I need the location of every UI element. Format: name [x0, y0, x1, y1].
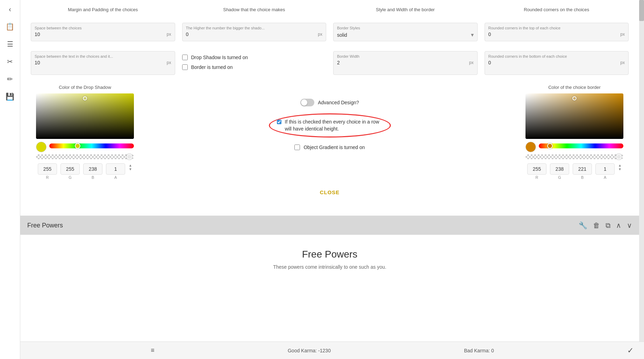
list-icon[interactable]: ☰ — [5, 38, 16, 50]
scrollbar-thumb[interactable] — [639, 0, 644, 21]
shadow-unit: px — [318, 32, 322, 37]
identical-height-checkbox-item: If this is checked then every choice in … — [277, 119, 383, 132]
identical-height-checkbox[interactable] — [277, 120, 281, 124]
scissors-icon[interactable]: ✂ — [5, 56, 16, 67]
border-g-value[interactable]: 238 — [550, 163, 569, 175]
drop-shadow-g-label: G — [69, 175, 72, 180]
drop-shadow-a-group: 1 A — [106, 163, 125, 180]
border-styles-label: Border Styles — [337, 26, 474, 30]
middle-section: Advanced Design? If this is checked then… — [139, 85, 520, 180]
drop-shadow-checkbox-item: Drop Shadow Is turned on — [182, 55, 327, 60]
advanced-design-row: Advanced Design? — [300, 99, 359, 106]
check-icon[interactable]: ✓ — [627, 346, 634, 355]
border-spinner[interactable]: ▲ ▼ — [618, 163, 622, 180]
text-space-value[interactable]: 10 — [35, 60, 164, 65]
free-powers-bar: Free Powers 🔧 🗑 ⧉ ∧ ∨ — [20, 216, 639, 235]
border-opacity-handle[interactable] — [616, 154, 622, 160]
copy-icon[interactable]: ⧉ — [606, 221, 610, 230]
drop-shadow-rgba-inputs: 255 R 255 G 238 B 1 A — [31, 163, 139, 180]
margin-label: Space between the choices — [35, 26, 171, 30]
shadow-input-group: The Higher the number the bigger the sha… — [182, 23, 327, 41]
content-area: Free Powers These powers come intrinsica… — [20, 235, 639, 284]
drop-shadow-r-value[interactable]: 255 — [38, 163, 57, 175]
shadow-title: Shadow that the choice makes — [182, 7, 327, 12]
content-title: Free Powers — [27, 249, 632, 260]
drop-shadow-gradient-picker[interactable] — [36, 93, 134, 139]
drop-shadow-b-value[interactable]: 238 — [83, 163, 102, 175]
border-hue-handle[interactable] — [547, 143, 553, 149]
drop-shadow-checkbox[interactable] — [182, 55, 188, 60]
border-width-value[interactable]: 2 — [337, 60, 466, 65]
gradient-checkbox[interactable] — [294, 145, 300, 150]
shadow-border-checkboxes: Drop Shadow Is turned on Border is turne… — [182, 51, 327, 78]
drop-shadow-color-title: Color of the Drop Shadow — [31, 85, 139, 90]
border-gradient-handle[interactable] — [572, 96, 577, 100]
border-on-checkbox-item: Border is turned on — [182, 64, 327, 70]
margin-unit: px — [167, 32, 171, 37]
text-space-label: Space between the text in the choices an… — [35, 54, 171, 58]
border-on-checkbox[interactable] — [182, 64, 188, 70]
rounded-corners-title: Rounded corners on the choices — [485, 7, 629, 12]
close-button-container: CLOSE — [31, 180, 629, 209]
drop-shadow-color-swatch — [36, 142, 46, 152]
inputs-row1: Space between the choices 10 px The High… — [31, 23, 629, 44]
back-icon[interactable]: ‹ — [5, 3, 16, 15]
drop-shadow-color-panel: Color of the Drop Shadow — [31, 85, 139, 180]
border-g-label: G — [558, 175, 561, 180]
wrench-icon[interactable]: 🔧 — [579, 221, 587, 230]
free-powers-bar-title: Free Powers — [27, 222, 63, 229]
good-karma: Good Karma: -1230 — [288, 348, 331, 353]
border-style-group[interactable]: Border Styles solid ▾ — [333, 23, 478, 41]
rounded-top-value[interactable]: 0 — [488, 31, 618, 37]
settings-panel: Margin and Padding of the choices Shadow… — [20, 0, 639, 216]
drop-shadow-g-value[interactable]: 255 — [60, 163, 80, 175]
advanced-design-toggle[interactable] — [300, 99, 314, 106]
drop-shadow-a-value[interactable]: 1 — [106, 163, 125, 175]
border-opacity-slider[interactable] — [525, 154, 623, 159]
shadow-label: The Higher the number the bigger the sha… — [186, 26, 323, 30]
gradient-label: Object Gradient is turned on — [303, 145, 365, 150]
drop-shadow-r-group: 255 R — [38, 163, 57, 180]
toggle-knob — [301, 99, 307, 106]
rounded-top-group: Rounded corners in the top of each choic… — [485, 23, 629, 41]
drop-shadow-swatch-hue-row — [36, 142, 134, 152]
margin-padding-title: Margin and Padding of the choices — [31, 7, 175, 12]
gradient-checkbox-item: Object Gradient is turned on — [294, 145, 365, 150]
rounded-bottom-label: Rounded corners in the bottom of each ch… — [488, 54, 625, 58]
drop-shadow-gradient-handle[interactable] — [83, 96, 87, 100]
rounded-bottom-value[interactable]: 0 — [488, 60, 618, 65]
identical-height-highlight: If this is checked then every choice in … — [269, 113, 391, 138]
border-r-label: R — [536, 175, 538, 180]
border-width-label: Border Width — [337, 54, 474, 58]
border-color-swatch — [525, 142, 536, 152]
border-gradient-picker[interactable] — [525, 93, 623, 139]
clipboard-icon[interactable]: 📋 — [5, 21, 16, 32]
scrollbar[interactable] — [639, 0, 644, 359]
tasks-icon[interactable]: ≡ — [151, 347, 155, 354]
drop-shadow-hue-handle[interactable] — [75, 143, 80, 149]
save-icon[interactable]: 💾 — [5, 91, 16, 102]
shadow-value[interactable]: 0 — [186, 31, 315, 37]
trash-icon[interactable]: 🗑 — [593, 221, 600, 230]
border-style-value: solid — [337, 32, 347, 38]
border-b-value[interactable]: 221 — [573, 163, 592, 175]
border-g-group: 238 G — [550, 163, 569, 180]
border-color-controls — [520, 93, 629, 161]
pencil-icon[interactable]: ✏ — [5, 73, 16, 85]
drop-shadow-hue-slider[interactable] — [49, 143, 134, 148]
margin-value[interactable]: 10 — [35, 31, 164, 37]
drop-shadow-opacity-slider[interactable] — [36, 154, 134, 159]
border-width-unit: px — [469, 60, 474, 65]
close-button[interactable]: CLOSE — [313, 186, 347, 198]
border-width-group: Border Width 2 px — [333, 51, 478, 75]
rounded-bottom-group: Rounded corners in the bottom of each ch… — [485, 51, 629, 75]
border-style-dropdown-arrow[interactable]: ▾ — [471, 31, 474, 38]
status-bar: ☰ ≡ Good Karma: -1230 Bad Karma: 0 ✓ — [0, 342, 644, 359]
border-a-value[interactable]: 1 — [595, 163, 615, 175]
drop-shadow-opacity-handle[interactable] — [127, 154, 132, 160]
drop-shadow-spinner[interactable]: ▲ ▼ — [129, 163, 132, 180]
chevron-up-icon[interactable]: ∧ — [616, 221, 621, 230]
border-r-value[interactable]: 255 — [527, 163, 546, 175]
chevron-down-icon[interactable]: ∨ — [627, 221, 632, 230]
border-hue-slider[interactable] — [539, 143, 623, 148]
